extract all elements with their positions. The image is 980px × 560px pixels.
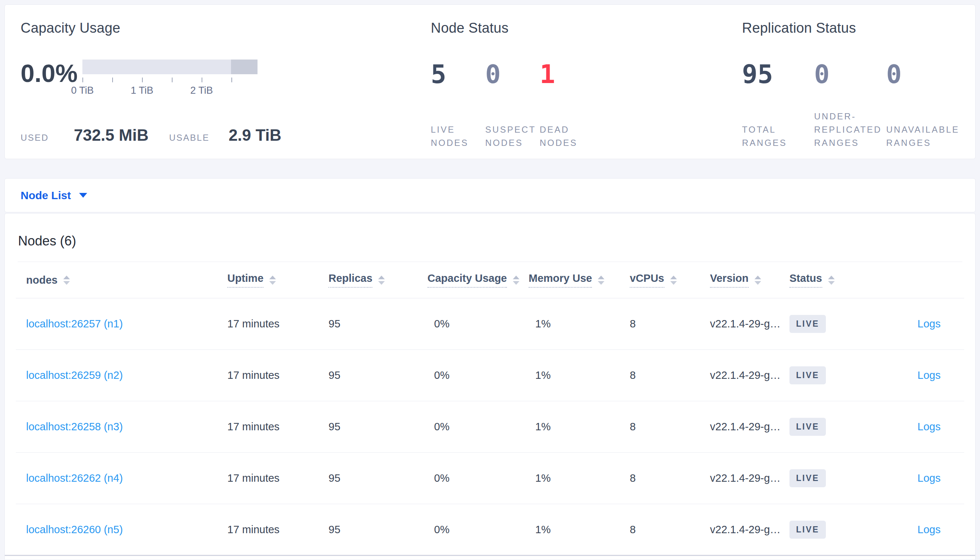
used-value: 732.5 MiB: [74, 126, 149, 144]
capacity-usage-cell: 0%: [428, 369, 528, 382]
version-cell: v22.1.4-29-g…: [710, 523, 789, 536]
node-link[interactable]: localhost:26259 (n2): [26, 369, 123, 381]
version-cell: v22.1.4-29-g…: [710, 472, 789, 484]
cluster-summary-panel: Capacity Usage 0.0% 0 TiB 1 TiB 2 TiB US…: [4, 4, 976, 159]
table-bottom-divider: [5, 555, 975, 556]
logs-link[interactable]: Logs: [918, 318, 941, 330]
capacity-usage-cell: 0%: [428, 472, 528, 484]
memory-use-cell: 1%: [528, 369, 630, 382]
column-header-vcpus[interactable]: vCPUs: [630, 272, 664, 288]
capacity-usage-title: Capacity Usage: [21, 20, 120, 36]
axis-tick-label: 1 TiB: [120, 85, 164, 96]
memory-use-cell: 1%: [528, 523, 630, 536]
node-link[interactable]: localhost:26257 (n1): [26, 318, 123, 330]
view-selector-bar: Node List: [4, 178, 976, 212]
capacity-bar-chart: [82, 60, 258, 74]
nodes-table-panel: Nodes (6) nodes Uptime Replicas Capacity…: [4, 213, 976, 560]
dead-nodes-label: DEAD NODES: [540, 125, 577, 148]
capacity-usage-section: Capacity Usage 0.0% 0 TiB 1 TiB 2 TiB US…: [21, 5, 425, 159]
total-ranges-label: TOTAL RANGES: [742, 125, 787, 148]
node-link[interactable]: localhost:26262 (n4): [26, 472, 123, 484]
node-list-dropdown[interactable]: Node List: [21, 189, 71, 202]
logs-link[interactable]: Logs: [918, 369, 941, 381]
uptime-cell: 17 minutes: [227, 369, 328, 382]
live-nodes-count: 5: [431, 59, 446, 89]
column-header-replicas[interactable]: Replicas: [328, 272, 372, 288]
sort-icon[interactable]: [63, 276, 70, 285]
node-status-title: Node Status: [431, 20, 508, 36]
usable-value: 2.9 TiB: [228, 126, 281, 144]
table-row: localhost:26257 (n1) 17 minutes 95 0% 1%…: [16, 298, 964, 350]
replication-status-section: Replication Status 95 0 0 TOTAL RANGES U…: [742, 5, 977, 159]
memory-use-cell: 1%: [528, 318, 630, 330]
vcpus-cell: 8: [630, 421, 710, 433]
version-cell: v22.1.4-29-g…: [710, 318, 789, 330]
sort-icon[interactable]: [670, 276, 677, 285]
sort-icon[interactable]: [513, 276, 519, 285]
memory-use-cell: 1%: [528, 421, 630, 433]
sort-icon[interactable]: [598, 276, 604, 285]
table-row: localhost:26259 (n2) 17 minutes 95 0% 1%…: [16, 350, 964, 401]
status-badge: LIVE: [789, 315, 826, 333]
replicas-cell: 95: [328, 421, 428, 433]
uptime-cell: 17 minutes: [227, 472, 328, 484]
node-link[interactable]: localhost:26260 (n5): [26, 523, 123, 535]
replicas-cell: 95: [328, 318, 428, 330]
under-replicated-ranges-label: UNDER-REPLICATED RANGES: [814, 111, 882, 148]
table-row: localhost:26260 (n5) 17 minutes 95 0% 1%…: [16, 504, 964, 556]
status-badge: LIVE: [789, 521, 826, 539]
node-link[interactable]: localhost:26258 (n3): [26, 421, 123, 432]
live-nodes-label: LIVE NODES: [431, 125, 469, 148]
vcpus-cell: 8: [630, 318, 710, 330]
capacity-usage-cell: 0%: [428, 523, 528, 536]
column-header-uptime[interactable]: Uptime: [227, 272, 263, 288]
capacity-usage-cell: 0%: [428, 421, 528, 433]
axis-tick-label: 2 TiB: [179, 85, 224, 96]
status-badge: LIVE: [789, 418, 826, 436]
table-row: localhost:26262 (n4) 17 minutes 95 0% 1%…: [16, 453, 964, 504]
logs-link[interactable]: Logs: [918, 523, 941, 535]
table-row: localhost:26258 (n3) 17 minutes 95 0% 1%…: [16, 401, 964, 453]
version-cell: v22.1.4-29-g…: [710, 369, 789, 382]
total-ranges-count: 95: [742, 59, 773, 89]
status-badge: LIVE: [789, 367, 826, 384]
axis-tick: [82, 78, 83, 82]
used-label: USED: [21, 133, 49, 143]
vcpus-cell: 8: [630, 523, 710, 536]
node-status-section: Node Status 5 0 1 LIVE NODES SUSPECT NOD…: [431, 5, 740, 159]
logs-link[interactable]: Logs: [918, 421, 941, 432]
sort-icon[interactable]: [754, 276, 761, 285]
capacity-percent-value: 0.0%: [21, 59, 78, 87]
table-header-row: nodes Uptime Replicas Capacity Usage Mem…: [16, 262, 964, 298]
replication-status-title: Replication Status: [742, 20, 856, 36]
status-badge: LIVE: [789, 469, 826, 487]
dead-nodes-count: 1: [540, 59, 555, 89]
logs-link[interactable]: Logs: [918, 472, 941, 484]
memory-use-cell: 1%: [528, 472, 630, 484]
replicas-cell: 95: [328, 472, 428, 484]
sort-icon[interactable]: [269, 276, 276, 285]
unavailable-ranges-label: UNAVAILABLE RANGES: [886, 125, 959, 148]
usable-label: USABLE: [169, 133, 210, 143]
capacity-bar-reserved-segment: [231, 60, 258, 74]
axis-tick-label: 0 TiB: [60, 85, 104, 96]
column-header-version[interactable]: Version: [710, 272, 749, 288]
axis-tick: [202, 78, 202, 82]
chevron-down-icon[interactable]: [79, 193, 87, 198]
vcpus-cell: 8: [630, 369, 710, 382]
column-header-status[interactable]: Status: [789, 272, 822, 288]
sort-icon[interactable]: [828, 276, 835, 285]
column-header-capacity-usage[interactable]: Capacity Usage: [428, 272, 507, 288]
axis-tick: [231, 78, 232, 82]
version-cell: v22.1.4-29-g…: [710, 421, 789, 433]
column-header-memory-use[interactable]: Memory Use: [528, 272, 592, 288]
uptime-cell: 17 minutes: [227, 523, 328, 536]
capacity-usage-cell: 0%: [428, 318, 528, 330]
under-replicated-ranges-count: 0: [814, 59, 829, 89]
column-header-nodes[interactable]: nodes: [26, 274, 57, 286]
axis-tick: [142, 78, 143, 82]
axis-tick: [172, 78, 172, 82]
suspect-nodes-label: SUSPECT NODES: [485, 125, 536, 148]
nodes-section-title: Nodes (6): [18, 233, 975, 249]
sort-icon[interactable]: [378, 276, 385, 285]
